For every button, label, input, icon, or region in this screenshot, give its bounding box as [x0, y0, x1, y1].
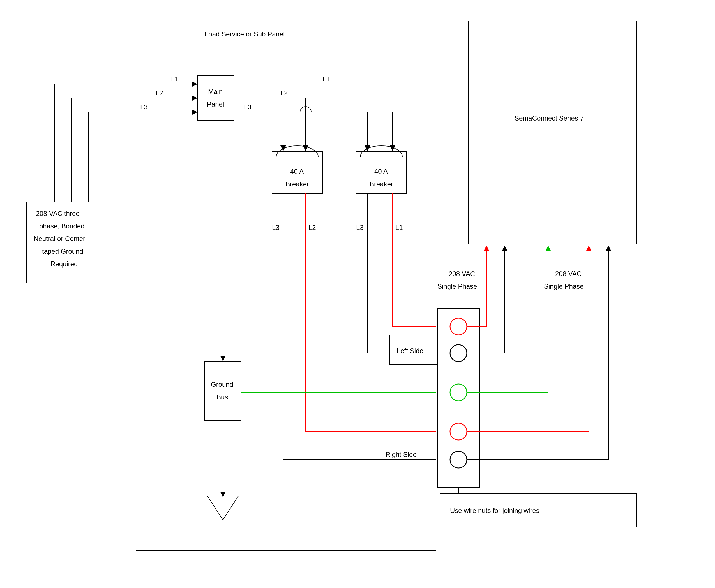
label-L2-in: L2	[156, 89, 163, 97]
node-ground	[450, 384, 467, 401]
single-phase-right-1: 208 VAC	[555, 270, 581, 277]
label-L1-in: L1	[171, 75, 179, 83]
left-side-label: Left Side	[397, 347, 423, 355]
wire-brB-L1	[392, 193, 436, 327]
main-panel-line-2: Panel	[207, 100, 224, 108]
ground-bus-line-2: Bus	[217, 393, 228, 401]
label-brA-L3: L3	[272, 224, 280, 231]
label-brB-L3: L3	[356, 224, 364, 231]
source-line-1: 208 VAC three	[36, 210, 80, 217]
semaconnect-box	[468, 21, 636, 244]
wire-sema-ground	[467, 247, 548, 392]
single-phase-left-2: Single Phase	[437, 282, 477, 290]
breaker-b-line-2: Breaker	[370, 180, 393, 188]
single-phase-right-2: Single Phase	[544, 282, 584, 290]
source-line-5: Required	[50, 260, 78, 268]
wire-sema-left-black	[467, 247, 505, 353]
wire-brB-L3	[367, 193, 436, 353]
single-phase-left-1: 208 VAC	[449, 270, 475, 277]
label-L1-out: L1	[323, 75, 330, 83]
wire-L2-in	[72, 98, 196, 202]
wire-L3-in	[88, 112, 196, 202]
breaker-a-line-2: Breaker	[285, 180, 309, 188]
breaker-a-line-1: 40 A	[290, 168, 304, 175]
label-brB-L1: L1	[395, 224, 403, 231]
load-service-panel	[136, 21, 436, 551]
source-line-2: phase, Bonded	[39, 222, 84, 230]
breaker-b-line-1: 40 A	[374, 168, 388, 175]
node-right-L2	[450, 423, 467, 440]
label-L3-outA: L3	[244, 103, 251, 111]
source-line-3: Neutral or Center	[34, 235, 85, 243]
right-side-label: Right Side	[386, 451, 417, 458]
label-L3-in: L3	[140, 103, 148, 111]
ground-symbol-icon	[207, 496, 238, 520]
label-brA-L2: L2	[308, 224, 316, 231]
main-panel-line-1: Main	[208, 88, 223, 95]
main-panel	[198, 76, 234, 121]
wire-nuts-text: Use wire nuts for joining wires	[450, 507, 539, 514]
wire-L3-outA	[234, 112, 283, 150]
ground-bus-line-1: Ground	[211, 381, 233, 388]
semaconnect-label: SemaConnect Series 7	[514, 114, 584, 122]
panel-title: Load Service or Sub Panel	[205, 30, 285, 38]
wire-brA-L2	[306, 193, 436, 432]
wire-L3-outB	[264, 106, 367, 150]
label-L2-out: L2	[280, 89, 288, 97]
node-right-L3	[450, 451, 467, 468]
node-left-L3	[450, 345, 467, 361]
ground-bus	[205, 361, 241, 420]
wire-L1-in	[55, 84, 196, 202]
wiring-diagram: Load Service or Sub Panel 208 VAC three …	[0, 0, 715, 588]
source-line-4: taped Ground	[42, 248, 83, 255]
wire-L1-out	[234, 84, 392, 150]
node-left-L1	[450, 318, 467, 335]
